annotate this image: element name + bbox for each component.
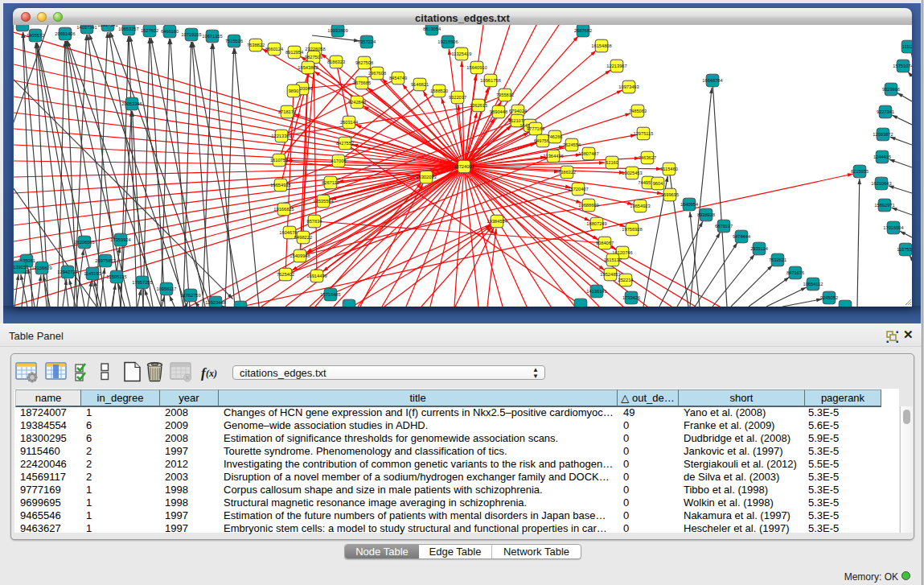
svg-text:8186323: 8186323 [327, 60, 345, 64]
svg-text:16782759: 16782759 [180, 293, 200, 298]
svg-text:12093872: 12093872 [873, 132, 893, 137]
svg-text:17359924: 17359924 [110, 237, 130, 242]
svg-text:12505135: 12505135 [106, 274, 126, 279]
svg-text:1733426: 1733426 [622, 295, 640, 300]
svg-text:12923448: 12923448 [205, 300, 225, 305]
svg-text:10033809: 10033809 [327, 28, 347, 33]
svg-text:8660124: 8660124 [265, 47, 283, 51]
svg-text:19654923: 19654923 [630, 204, 650, 208]
svg-text:9827509: 9827509 [305, 55, 322, 60]
svg-text:17016504: 17016504 [883, 225, 903, 230]
svg-text:10961758: 10961758 [480, 78, 500, 83]
svg-text:13535594: 13535594 [313, 199, 333, 204]
svg-text:7485063: 7485063 [629, 109, 647, 113]
svg-text:19654935: 19654935 [270, 183, 290, 187]
svg-text:3624554: 3624554 [563, 142, 581, 147]
svg-text:18807249: 18807249 [586, 221, 606, 226]
svg-text:16914479: 16914479 [306, 274, 326, 278]
svg-text:1588520: 1588520 [430, 89, 448, 93]
svg-text:(x): (x) [206, 368, 217, 379]
svg-text:1615137: 1615137 [604, 257, 622, 262]
svg-text:7955812: 7955812 [496, 93, 514, 97]
svg-text:9827508: 9827508 [355, 60, 373, 65]
svg-text:3675685: 3675685 [353, 80, 371, 85]
svg-text:9474444: 9474444 [733, 234, 750, 239]
svg-text:8471676: 8471676 [786, 270, 804, 275]
svg-text:1640954: 1640954 [680, 202, 698, 207]
svg-text:10807487: 10807487 [578, 151, 598, 156]
svg-text:12942737: 12942737 [57, 270, 77, 274]
svg-text:10025453: 10025453 [622, 171, 642, 175]
svg-text:9322037: 9322037 [449, 95, 466, 100]
svg-text:16210643: 16210643 [871, 181, 891, 186]
svg-text:12156829: 12156829 [31, 266, 51, 270]
svg-text:9139159: 9139159 [14, 265, 28, 270]
svg-text:16154808: 16154808 [591, 43, 611, 48]
svg-text:8267110: 8267110 [322, 180, 339, 185]
svg-text:14037341: 14037341 [76, 25, 97, 30]
svg-text:9463627: 9463627 [639, 155, 656, 160]
svg-text:9227341: 9227341 [877, 109, 894, 114]
svg-text:7632621: 7632621 [769, 257, 786, 262]
svg-text:1527602: 1527602 [141, 28, 158, 33]
svg-text:11112: 11112 [902, 44, 912, 49]
svg-text:10688609: 10688609 [578, 203, 598, 208]
svg-text:10653257: 10653257 [118, 27, 138, 31]
svg-text:15716485: 15716485 [320, 292, 340, 297]
svg-text:6466160: 6466160 [161, 29, 179, 34]
svg-text:12213967: 12213967 [606, 64, 626, 68]
svg-text:2687682: 2687682 [574, 28, 592, 33]
svg-text:15720407: 15720407 [568, 187, 588, 192]
svg-text:8215955: 8215955 [851, 169, 869, 174]
svg-text:2603144: 2603144 [340, 120, 358, 125]
svg-text:16648784: 16648784 [702, 78, 722, 83]
svg-text:5498222: 5498222 [294, 235, 312, 240]
svg-text:9777169: 9777169 [527, 126, 544, 131]
svg-text:15409948: 15409948 [290, 253, 310, 258]
svg-text:17957255: 17957255 [132, 280, 152, 285]
svg-text:857834: 857834 [307, 219, 322, 224]
svg-text:20691406: 20691406 [55, 31, 75, 36]
svg-text:9699695: 9699695 [661, 192, 679, 197]
svg-text:9890: 9890 [289, 89, 299, 93]
svg-text:21364436: 21364436 [543, 154, 563, 159]
svg-text:1610755: 1610755 [270, 158, 288, 163]
svg-text:9245052: 9245052 [820, 295, 838, 300]
svg-text:20053346: 20053346 [121, 101, 142, 106]
svg-text:7638822: 7638822 [247, 43, 265, 47]
svg-text:10719155: 10719155 [181, 32, 201, 37]
svg-text:2718170: 2718170 [278, 109, 296, 114]
svg-text:15692971: 15692971 [874, 203, 894, 208]
svg-text:18724007: 18724007 [454, 164, 474, 169]
svg-text:12975115: 12975115 [634, 131, 654, 136]
svg-text:7357224: 7357224 [358, 39, 376, 44]
svg-text:9115460: 9115460 [660, 167, 678, 171]
svg-text:12213369: 12213369 [271, 134, 291, 138]
svg-text:19166825: 19166825 [273, 207, 294, 212]
svg-text:7515526: 7515526 [225, 39, 243, 43]
svg-text:8454749: 8454749 [389, 76, 407, 80]
svg-text:14136141: 14136141 [586, 289, 606, 294]
svg-text:9146821: 9146821 [411, 82, 429, 87]
svg-text:1362615: 1362615 [470, 103, 487, 108]
svg-text:7625402: 7625402 [277, 272, 294, 277]
svg-text:10958117: 10958117 [157, 286, 177, 291]
svg-text:252214: 252214 [618, 278, 634, 282]
svg-text:2935114: 2935114 [750, 246, 768, 251]
svg-text:6794024: 6794024 [509, 109, 527, 113]
svg-text:25302033: 25302033 [416, 175, 436, 179]
svg-text:19756928: 19756928 [622, 227, 642, 232]
svg-text:6879197: 6879197 [715, 224, 733, 229]
svg-text:9329966: 9329966 [882, 87, 900, 92]
svg-text:417006: 417006 [331, 159, 347, 163]
svg-text:10973493: 10973493 [618, 84, 639, 89]
svg-text:11325419: 11325419 [452, 51, 472, 56]
svg-text:20975857: 20975857 [95, 258, 115, 263]
svg-text:8427552: 8427552 [336, 141, 354, 146]
svg-text:8938928: 8938928 [697, 212, 715, 217]
svg-text:9242848: 9242848 [348, 100, 366, 105]
svg-text:1244415: 1244415 [873, 154, 891, 159]
svg-text:9084067: 9084067 [596, 241, 614, 245]
svg-text:8813054: 8813054 [423, 27, 441, 31]
svg-text:19524851: 19524851 [600, 272, 620, 277]
